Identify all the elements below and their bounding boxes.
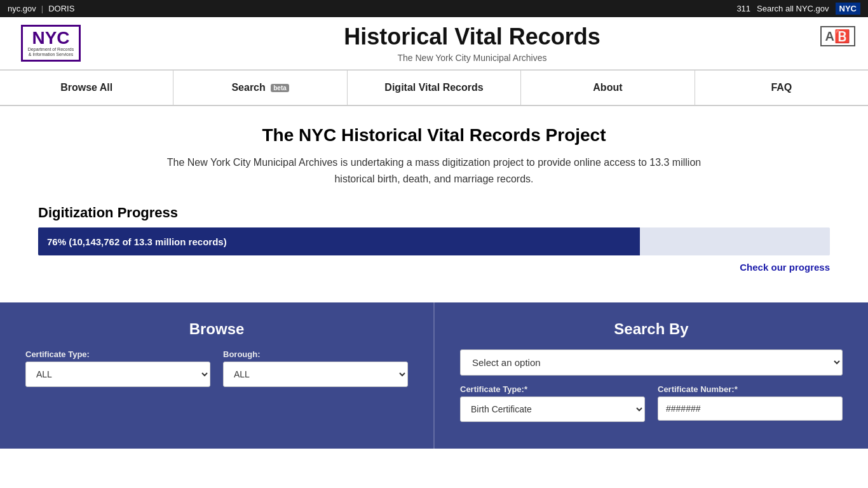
logo-dept-text: Department of Records& Information Servi… — [28, 47, 74, 58]
search-cert-row: Certificate Type:* Birth Certificate Dea… — [460, 384, 843, 422]
search-by-title: Search By — [460, 320, 843, 338]
check-progress-link[interactable]: Check our progress — [740, 262, 830, 273]
cert-type-group: Certificate Type: ALL Birth Certificate … — [25, 349, 210, 387]
nav-faq[interactable]: FAQ — [695, 71, 868, 105]
main-content: The NYC Historical Vital Records Project… — [0, 106, 868, 302]
search-cert-number-label: Certificate Number:* — [658, 384, 843, 394]
top-bar: nyc.gov | DORIS 311 Search all NYC.gov N… — [0, 0, 868, 17]
bottom-section: Browse Certificate Type: ALL Birth Certi… — [0, 302, 868, 449]
nav-about[interactable]: About — [521, 71, 695, 105]
logo-nyc-text: NYC — [32, 29, 69, 47]
search-by-select[interactable]: Select an option Name Certificate Number… — [460, 349, 843, 376]
divider: | — [41, 4, 43, 13]
progress-bar-container: 76% (10,143,762 of 13.3 million records) — [38, 227, 830, 255]
borough-label: Borough: — [223, 349, 408, 359]
search-cert-type-label: Certificate Type:* — [460, 384, 645, 394]
phone-number: 311 — [736, 4, 750, 13]
progress-section: Digitization Progress 76% (10,143,762 of… — [38, 205, 830, 273]
nav-digital-vital-records[interactable]: Digital Vital Records — [348, 71, 521, 105]
nav-search[interactable]: Search beta — [173, 71, 347, 105]
browse-title: Browse — [25, 320, 408, 338]
browse-form-row: Certificate Type: ALL Birth Certificate … — [25, 349, 408, 387]
progress-bar-fill: 76% (10,143,762 of 13.3 million records) — [38, 227, 640, 255]
cert-type-label: Certificate Type: — [25, 349, 210, 359]
check-progress-link-container: Check our progress — [38, 262, 830, 273]
borough-group: Borough: ALL Bronx Brooklyn Manhattan Qu… — [223, 349, 408, 387]
project-description: The New York City Municipal Archives is … — [161, 154, 707, 187]
search-cert-number-group: Certificate Number:* — [658, 384, 843, 422]
progress-heading: Digitization Progress — [38, 205, 830, 221]
doris-link[interactable]: DORIS — [48, 4, 74, 13]
site-header: NYC Department of Records& Information S… — [0, 17, 868, 70]
search-cert-type-group: Certificate Type:* Birth Certificate Dea… — [460, 384, 645, 422]
logo-box: NYC Department of Records& Information S… — [21, 25, 81, 62]
beta-badge: beta — [271, 84, 289, 92]
logo-area: NYC Department of Records& Information S… — [13, 25, 89, 62]
page-subtitle: The New York City Municipal Archives — [89, 53, 855, 63]
cert-type-select[interactable]: ALL Birth Certificate Death Certificate … — [25, 362, 210, 387]
search-by-panel: Search By Select an option Name Certific… — [435, 302, 868, 449]
search-cert-number-input[interactable] — [658, 396, 843, 421]
main-nav: Browse All Search beta Digital Vital Rec… — [0, 70, 868, 106]
nyc-top-badge: NYC — [836, 3, 860, 15]
search-cert-type-select[interactable]: Birth Certificate Death Certificate Marr… — [460, 396, 645, 422]
accessibility-badge: A🅱️ — [820, 26, 855, 46]
borough-select[interactable]: ALL Bronx Brooklyn Manhattan Queens Stat… — [223, 362, 408, 387]
page-title: Historical Vital Records — [89, 24, 855, 50]
nyc-gov-link[interactable]: nyc.gov — [8, 4, 36, 13]
nav-browse-all[interactable]: Browse All — [0, 71, 173, 105]
search-all-label: Search all NYC.gov — [757, 4, 829, 13]
progress-label: 76% (10,143,762 of 13.3 million records) — [47, 236, 227, 247]
header-center: Historical Vital Records The New York Ci… — [89, 24, 855, 63]
project-title: The NYC Historical Vital Records Project — [38, 125, 830, 146]
browse-panel: Browse Certificate Type: ALL Birth Certi… — [0, 302, 433, 449]
